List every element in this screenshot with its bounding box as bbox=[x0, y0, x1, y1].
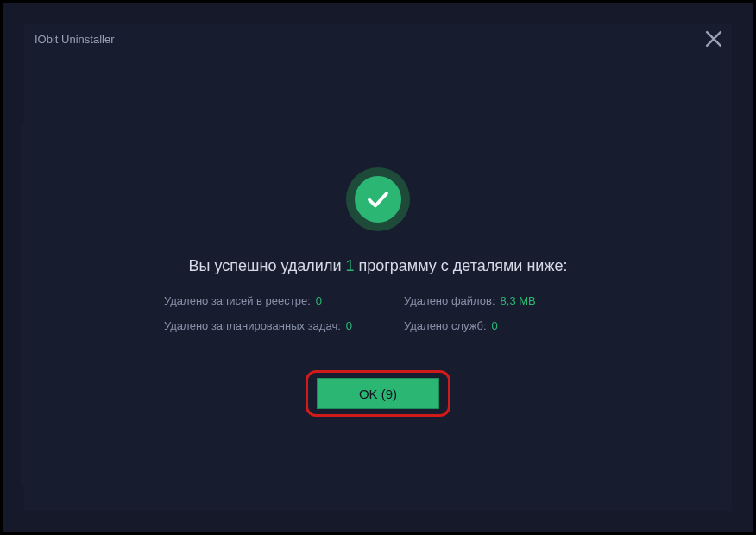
details-grid: Удалено записей в реестре: 0 Удалено фай… bbox=[164, 294, 592, 332]
detail-tasks: Удалено запланированных задач: 0 bbox=[164, 319, 352, 332]
close-icon[interactable] bbox=[704, 29, 723, 48]
value: 0 bbox=[346, 319, 352, 332]
value: 0 bbox=[316, 294, 322, 307]
titlebar: IObit Uninstaller bbox=[24, 24, 732, 54]
success-headline: Вы успешно удалили 1 программу с деталям… bbox=[189, 257, 568, 275]
label: Удалено запланированных задач: bbox=[164, 319, 341, 332]
label: Удалено служб: bbox=[404, 319, 487, 332]
ok-button-label: OK (9) bbox=[359, 387, 397, 401]
window-title: IObit Uninstaller bbox=[35, 33, 114, 46]
success-checkmark-icon bbox=[346, 167, 410, 231]
ok-button-highlight: OK (9) bbox=[306, 370, 450, 417]
detail-services: Удалено служб: 0 bbox=[404, 319, 592, 332]
detail-files: Удалено файлов: 8,3 MB bbox=[404, 294, 592, 307]
label: Удалено файлов: bbox=[404, 294, 495, 307]
value: 8,3 MB bbox=[501, 294, 536, 307]
dialog-content: Вы успешно удалили 1 программу с деталям… bbox=[24, 54, 732, 511]
uninstall-complete-dialog: IObit Uninstaller Вы успешно удалили 1 п… bbox=[24, 24, 732, 511]
headline-count: 1 bbox=[345, 257, 354, 274]
label: Удалено записей в реестре: bbox=[164, 294, 311, 307]
headline-pre: Вы успешно удалили bbox=[189, 257, 346, 274]
app-backdrop: IObit Uninstaller Вы успешно удалили 1 п… bbox=[3, 3, 753, 532]
headline-post: программу с деталями ниже: bbox=[354, 257, 567, 274]
ok-button[interactable]: OK (9) bbox=[317, 378, 439, 409]
value: 0 bbox=[492, 319, 498, 332]
detail-registry: Удалено записей в реестре: 0 bbox=[164, 294, 352, 307]
